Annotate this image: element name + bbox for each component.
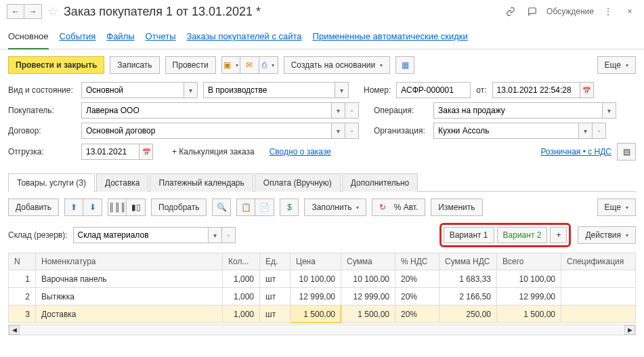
operation-label: Операция:: [374, 106, 428, 115]
table-row[interactable]: 2Вытяжка1,000шт12 999,0012 999,0020%2 16…: [9, 288, 636, 306]
scanner-button[interactable]: ▮▯: [127, 198, 146, 216]
close-icon[interactable]: ×: [622, 4, 637, 19]
sub-more-button[interactable]: Еще▾: [597, 198, 636, 216]
print-button[interactable]: ⎙▾: [259, 56, 278, 74]
summary-link[interactable]: Сводно о заказе: [270, 147, 331, 156]
org-label: Организация:: [374, 126, 428, 135]
vat-settings-icon[interactable]: ▤: [617, 143, 636, 161]
col-n[interactable]: N: [9, 253, 36, 270]
col-item[interactable]: Номенклатура: [36, 253, 223, 270]
from-label: от:: [476, 85, 486, 95]
buyer-dropdown-icon[interactable]: ▾: [332, 102, 345, 119]
ship-calendar-icon[interactable]: 📅: [139, 144, 153, 160]
post-button[interactable]: Провести: [165, 56, 216, 74]
nav-forward-button[interactable]: →: [24, 4, 42, 19]
refresh-pct-button[interactable]: ↻ % Авт.: [372, 198, 425, 216]
buyer-open-icon[interactable]: ▫: [345, 102, 359, 119]
more-vert-icon[interactable]: ⋮: [601, 4, 616, 19]
state-input[interactable]: [203, 82, 335, 98]
tab-events[interactable]: События: [60, 27, 96, 49]
col-sum[interactable]: Сумма: [341, 253, 395, 270]
retail-vat-link[interactable]: Розничная • с НДС: [540, 147, 611, 156]
state-dropdown-icon[interactable]: ▾: [335, 82, 349, 98]
scroll-left-icon[interactable]: ◀: [9, 325, 20, 335]
change-button[interactable]: Изменить: [431, 198, 482, 216]
post-and-close-button[interactable]: Провести и закрыть: [8, 56, 104, 74]
org-input[interactable]: [433, 123, 579, 139]
tab-main[interactable]: Основное: [8, 27, 49, 49]
doctab-payment-calendar[interactable]: Платежный календарь: [150, 173, 253, 192]
col-price[interactable]: Цена: [291, 253, 341, 270]
create-based-button[interactable]: Создать на основании▾: [284, 56, 391, 74]
discuss-label[interactable]: Обсуждение: [546, 7, 594, 16]
doctab-delivery[interactable]: Доставка: [96, 173, 149, 192]
tab-files[interactable]: Файлы: [106, 27, 134, 49]
warehouse-label: Склад (резерв):: [8, 230, 68, 240]
ship-date-input[interactable]: [81, 144, 139, 160]
tab-reports[interactable]: Отчеты: [146, 27, 176, 49]
date-input[interactable]: [492, 82, 580, 98]
pick-button[interactable]: Подобрать: [151, 198, 207, 216]
actions-button[interactable]: Действия▾: [578, 226, 636, 244]
variant-group: Вариант 1 Вариант 2 +: [439, 223, 572, 247]
move-up-button[interactable]: ⬆: [64, 198, 83, 216]
favorite-star-icon[interactable]: ☆: [47, 4, 58, 19]
calendar-icon[interactable]: 📅: [580, 82, 594, 98]
report-icon-button[interactable]: ▦: [395, 56, 414, 74]
search-icon-button[interactable]: 🔍: [212, 198, 231, 216]
contract-label: Договор:: [8, 126, 76, 135]
variant-1-button[interactable]: Вариант 1: [444, 227, 494, 243]
add-row-button[interactable]: Добавить: [8, 198, 59, 216]
number-label: Номер:: [364, 85, 391, 95]
type-dropdown-icon[interactable]: ▾: [184, 82, 198, 98]
table-row[interactable]: 1Варочная панель1,000шт10 100,0010 100,0…: [9, 270, 636, 288]
doctab-goods[interactable]: Товары, услуги (3): [8, 173, 95, 192]
tab-site-orders[interactable]: Заказы покупателей с сайта: [187, 27, 302, 49]
doctab-payment[interactable]: Оплата (Вручную): [255, 173, 341, 192]
org-open-icon[interactable]: ▫: [593, 123, 606, 139]
variant-2-button[interactable]: Вариант 2: [497, 227, 548, 243]
contract-open-icon[interactable]: ▫: [345, 123, 359, 139]
nav-back-button[interactable]: ←: [7, 4, 24, 19]
col-spec[interactable]: Спецификация: [561, 253, 636, 270]
more-button[interactable]: Еще▾: [597, 56, 636, 74]
horizontal-scrollbar[interactable]: ◀ ▶: [8, 324, 636, 335]
type-state-label: Вид и состояние:: [8, 85, 76, 95]
warehouse-dropdown-icon[interactable]: ▾: [209, 227, 222, 243]
paste-button[interactable]: 📄: [255, 198, 274, 216]
calc-order-link[interactable]: + Калькуляция заказа: [172, 147, 255, 156]
warehouse-open-icon[interactable]: ▫: [222, 227, 236, 243]
mail-button[interactable]: ✉: [240, 56, 259, 74]
buyer-label: Покупатель:: [8, 106, 76, 115]
move-down-button[interactable]: ⬇: [83, 198, 102, 216]
org-dropdown-icon[interactable]: ▾: [579, 123, 593, 139]
money-button[interactable]: $: [280, 198, 299, 216]
ship-label: Отгрузка:: [8, 147, 76, 156]
items-table: N Номенклатура Кол... Ед. Цена Сумма % Н…: [8, 253, 636, 323]
type-input[interactable]: [81, 82, 184, 98]
col-unit[interactable]: Ед.: [260, 253, 291, 270]
col-vat-pct[interactable]: % НДС: [395, 253, 439, 270]
link-icon[interactable]: [503, 4, 518, 19]
fill-button[interactable]: Заполнить▾: [304, 198, 366, 216]
variant-add-button[interactable]: +: [550, 227, 567, 243]
doctab-extra[interactable]: Дополнительно: [342, 173, 418, 192]
discuss-icon[interactable]: [525, 4, 540, 19]
col-total[interactable]: Всего: [497, 253, 561, 270]
table-row[interactable]: 3Доставка1,000шт1 500,001 500,0020%250,0…: [9, 306, 636, 323]
structure-button[interactable]: ▣▾: [221, 56, 240, 74]
scroll-right-icon[interactable]: ▶: [624, 325, 635, 335]
contract-input[interactable]: [81, 123, 332, 139]
tab-auto-discounts[interactable]: Примененные автоматические скидки: [313, 27, 468, 49]
col-vat-sum[interactable]: Сумма НДС: [439, 253, 497, 270]
operation-dropdown-icon[interactable]: ▾: [603, 102, 616, 119]
number-input[interactable]: [396, 82, 471, 98]
warehouse-input[interactable]: [73, 227, 209, 243]
operation-input[interactable]: [433, 102, 603, 119]
contract-dropdown-icon[interactable]: ▾: [332, 123, 345, 139]
buyer-input[interactable]: [81, 102, 332, 119]
barcode-button[interactable]: ║║║: [108, 198, 127, 216]
copy-button[interactable]: 📋: [236, 198, 255, 216]
write-button[interactable]: Записать: [110, 56, 159, 74]
col-qty[interactable]: Кол...: [223, 253, 260, 270]
